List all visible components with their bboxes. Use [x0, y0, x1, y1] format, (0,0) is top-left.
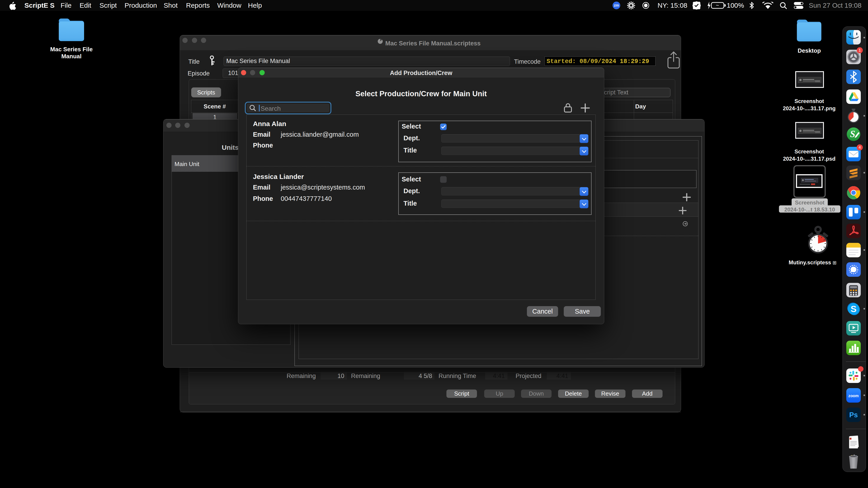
- svg-text:S: S: [850, 304, 857, 314]
- svg-text:100%: 100%: [727, 2, 744, 9]
- svg-text:S: S: [850, 129, 855, 139]
- svg-text:Ps: Ps: [849, 411, 858, 419]
- svg-text:~: ~: [716, 2, 719, 8]
- svg-text:zoom: zoom: [848, 394, 859, 398]
